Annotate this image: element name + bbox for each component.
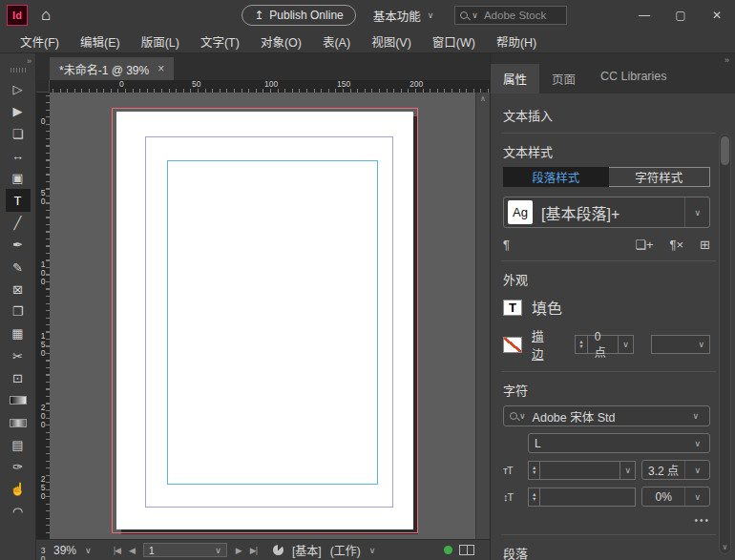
panel-scrollbar-thumb[interactable] bbox=[721, 136, 729, 165]
font-style-select[interactable]: L ∨ bbox=[528, 433, 710, 453]
menu-item-7[interactable]: 窗口(W) bbox=[422, 32, 486, 51]
menu-item-6[interactable]: 视图(V) bbox=[361, 32, 422, 51]
close-button[interactable]: ✕ bbox=[699, 0, 735, 31]
v-ruler-tick-0: 0 bbox=[38, 116, 48, 125]
first-page-button[interactable]: |◀ bbox=[114, 546, 120, 555]
pencil-tool[interactable]: ✎ bbox=[6, 256, 31, 278]
maximize-button[interactable]: ▢ bbox=[662, 0, 699, 31]
document-tab[interactable]: *未命名-1 @ 39% × bbox=[50, 57, 174, 80]
menu-item-2[interactable]: 版面(L) bbox=[131, 32, 190, 51]
leading-field[interactable]: 3.2 点 ∨ bbox=[641, 460, 710, 480]
panel-scrollbar[interactable]: ∨ bbox=[719, 134, 731, 554]
tracking-field[interactable]: 0% ∨ bbox=[641, 487, 710, 507]
next-page-button[interactable]: ▶ bbox=[236, 546, 242, 555]
menu-item-8[interactable]: 帮助(H) bbox=[486, 32, 547, 51]
rectangle-tool[interactable]: ❐ bbox=[6, 301, 31, 322]
font-family-select[interactable]: ∨ Adobe 宋体 Std ∨ bbox=[503, 405, 710, 426]
note-tool[interactable]: ▤ bbox=[6, 434, 31, 456]
divider bbox=[501, 534, 716, 535]
preflight-menu[interactable] bbox=[273, 545, 284, 555]
split-layout-icon[interactable] bbox=[459, 545, 474, 555]
previous-page-button[interactable]: ◀ bbox=[129, 546, 135, 555]
tools-grip-handle[interactable] bbox=[10, 68, 26, 73]
stepper-arrows-icon[interactable]: ▲▼ bbox=[576, 336, 587, 353]
new-style-icon[interactable]: ⊞ bbox=[700, 238, 710, 252]
gradient-feather-tool[interactable] bbox=[6, 411, 31, 433]
menu-item-0[interactable]: 文件(F) bbox=[10, 32, 70, 51]
h-ruler-tick-100: 100 bbox=[264, 80, 278, 89]
tools-collapse-icon[interactable]: » bbox=[27, 56, 32, 66]
pen-tool[interactable]: ✒ bbox=[6, 234, 31, 256]
adobe-stock-input[interactable] bbox=[482, 9, 564, 22]
stepper-arrows-icon[interactable]: ▲▼ bbox=[529, 488, 540, 506]
paragraph-composer-icon[interactable]: ¶ bbox=[503, 238, 510, 252]
stroke-type-select[interactable]: ∨ bbox=[651, 335, 710, 354]
workspace-switcher[interactable]: 基本功能 ∨ bbox=[373, 7, 434, 25]
last-page-button[interactable]: ▶| bbox=[250, 546, 257, 555]
paragraph-styles-tab[interactable]: 段落样式 bbox=[503, 167, 609, 187]
font-family-value: Adobe 宋体 Std bbox=[533, 407, 616, 425]
pasteboard-canvas[interactable] bbox=[50, 93, 475, 539]
zoom-chevron-icon[interactable]: ∨ bbox=[85, 546, 92, 555]
preflight-chevron-icon[interactable]: ∨ bbox=[369, 546, 376, 555]
stroke-none-swatch-icon[interactable] bbox=[503, 337, 522, 353]
selection-tool[interactable]: ▷ bbox=[6, 78, 31, 100]
free-transform-tool[interactable]: ⊡ bbox=[6, 367, 31, 389]
minimize-button[interactable]: — bbox=[626, 0, 662, 31]
type-tool[interactable]: T bbox=[6, 189, 31, 211]
panel-tab-0[interactable]: 属性 bbox=[491, 64, 539, 93]
eyedropper-tool[interactable]: ✑ bbox=[6, 456, 31, 478]
scroll-up-icon[interactable]: ∧ bbox=[480, 94, 486, 539]
preflight-profile[interactable]: [基本] bbox=[292, 542, 322, 558]
zoom-level[interactable]: 39% bbox=[53, 544, 76, 557]
vertical-ruler[interactable]: 050100150200250300 bbox=[36, 93, 50, 539]
scroll-down-icon[interactable]: ∨ bbox=[720, 543, 730, 551]
chevron-down-icon: ∨ bbox=[694, 466, 701, 475]
more-options-icon[interactable]: ••• bbox=[503, 515, 710, 526]
rectangle-frame-tool[interactable]: ⊠ bbox=[6, 279, 31, 301]
gradient-swatch-tool[interactable] bbox=[6, 389, 31, 411]
menu-item-4[interactable]: 对象(O) bbox=[250, 32, 312, 51]
close-icon[interactable]: × bbox=[158, 62, 164, 75]
stepper-arrows-icon[interactable]: ▲▼ bbox=[529, 462, 540, 479]
publish-online-button[interactable]: ↥ Publish Online bbox=[242, 5, 355, 26]
fill-label[interactable]: 填色 bbox=[532, 296, 562, 319]
scissors-tool[interactable]: ✂ bbox=[6, 345, 31, 367]
font-size-field[interactable]: ▲▼ ∨ bbox=[528, 461, 636, 480]
menu-item-5[interactable]: 表(A) bbox=[312, 32, 361, 51]
ruler-origin-corner[interactable] bbox=[36, 80, 50, 93]
gap-tool[interactable]: ↔ bbox=[6, 145, 31, 167]
stroke-weight-stepper[interactable]: ▲▼ 0 点 ∨ bbox=[575, 335, 634, 354]
publish-online-label: Publish Online bbox=[269, 9, 343, 22]
chevron-down-icon: ∨ bbox=[622, 340, 629, 349]
line-tool[interactable]: ╱ bbox=[6, 212, 31, 234]
tools-panel: » ▷▶❏↔▣T╱✒✎⊠❐▦✂⊡▤✑☝◠ bbox=[0, 53, 36, 560]
fill-swatch-icon[interactable]: T bbox=[503, 300, 522, 316]
page-number-field[interactable]: 1 ∨ bbox=[143, 543, 227, 557]
adobe-stock-search[interactable]: ∨ bbox=[454, 6, 567, 25]
v-ruler-tick-200: 200 bbox=[38, 403, 48, 428]
clear-overrides-icon[interactable]: ¶× bbox=[670, 238, 684, 252]
panel-tab-2[interactable]: CC Libraries bbox=[588, 64, 679, 93]
menu-item-3[interactable]: 文字(T) bbox=[190, 32, 250, 51]
paragraph-style-select[interactable]: Ag [基本段落]+ ∨ bbox=[503, 197, 710, 228]
stroke-label[interactable]: 描边 bbox=[532, 326, 554, 363]
page-tool[interactable]: ❏ bbox=[6, 123, 31, 145]
zoom-tool[interactable]: ◠ bbox=[6, 501, 31, 523]
text-frame[interactable] bbox=[167, 160, 378, 485]
hand-tool[interactable]: ☝ bbox=[6, 478, 31, 500]
panel-tab-1[interactable]: 页面 bbox=[539, 64, 588, 93]
content-collector-tool[interactable]: ▣ bbox=[6, 167, 31, 189]
redefine-style-icon[interactable]: ❏+ bbox=[635, 238, 653, 252]
grid-type-tool[interactable]: ▦ bbox=[6, 322, 31, 344]
direct-selection-tool[interactable]: ▶ bbox=[6, 100, 31, 122]
horizontal-ruler[interactable]: 050100150200 bbox=[50, 80, 490, 93]
chevron-down-icon: ∨ bbox=[694, 492, 701, 502]
kerning-field[interactable]: ▲▼ bbox=[528, 487, 636, 507]
panel-expand-icon[interactable]: » bbox=[724, 55, 729, 65]
character-styles-tab[interactable]: 字符样式 bbox=[609, 167, 710, 187]
home-icon[interactable]: ⌂ bbox=[41, 6, 51, 25]
canvas-vertical-scrollbar[interactable]: ∧ bbox=[475, 93, 490, 539]
menu-item-1[interactable]: 编辑(E) bbox=[70, 32, 131, 51]
document-page[interactable] bbox=[116, 112, 413, 529]
